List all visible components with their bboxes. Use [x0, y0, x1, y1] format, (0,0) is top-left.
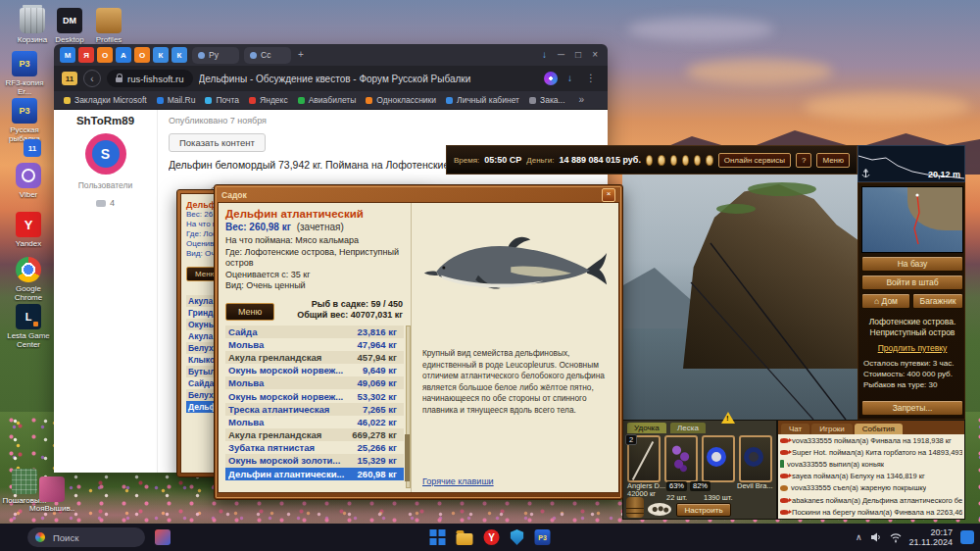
pinned-tab[interactable]: М	[60, 47, 75, 63]
fish-list-row[interactable]: Окунь морской норвеж...53,302 кг	[225, 389, 404, 402]
new-tab-button[interactable]: +	[294, 45, 308, 65]
online-services-button[interactable]: Онлайн сервисы	[718, 153, 791, 168]
desktop-icon-viber[interactable]: Viber	[6, 163, 51, 199]
tab-line[interactable]: Леска	[670, 423, 706, 433]
trunk-button[interactable]: Багажник	[912, 293, 963, 309]
download-icon[interactable]: ↓	[564, 69, 576, 88]
pinned-tab[interactable]: Я	[78, 47, 94, 63]
fish-list-row[interactable]: Сайда23,816 кг	[225, 326, 404, 338]
extend-ticket-link[interactable]: Продлить путевку	[858, 343, 966, 353]
food-rolls-icon[interactable]	[648, 503, 671, 516]
game-menu-button[interactable]: Меню	[816, 153, 850, 168]
fish-list-row[interactable]: Дельфин атлантически...260,98 кг	[225, 468, 404, 480]
yandex-browser-icon[interactable]: Y	[484, 529, 500, 545]
rf3-game-icon[interactable]: Р3	[535, 529, 551, 545]
hotkeys-link[interactable]: Горячие клавиши	[422, 476, 616, 486]
desktop-icon-rf3-copy[interactable]: Р3 RF3-копия Er...	[2, 51, 47, 96]
fish-list-row[interactable]: Акула гренландская457,94 кг	[225, 351, 404, 364]
browser-tab[interactable]: Ру	[192, 47, 239, 64]
bookmarks-overflow-chevron[interactable]: »	[575, 90, 589, 110]
desktop-icon-chrome[interactable]: Google Chrome	[6, 257, 51, 302]
hidden-icons-caret[interactable]: ∧	[856, 532, 862, 542]
desktop-icon-profiles[interactable]: Profiles	[86, 8, 131, 44]
list-scrollbar[interactable]	[406, 326, 411, 489]
fish-list-row[interactable]: Зубатка пятнистая25,266 кг	[225, 441, 404, 454]
pinned-tab[interactable]: А	[116, 47, 131, 63]
bookmark-item[interactable]: Одноклассники	[366, 95, 436, 105]
alice-icon[interactable]	[544, 72, 558, 85]
defender-shield-icon[interactable]	[511, 529, 524, 545]
address-bar[interactable]: rus-fishsoft.ru	[107, 70, 193, 87]
fish-list-row[interactable]: Мольва46,022 кг	[225, 416, 404, 428]
tab-chat[interactable]: Чат	[781, 424, 809, 434]
fish-list-row[interactable]: Окунь морской норвеж...9,649 кг	[225, 364, 404, 376]
tab-players[interactable]: Игроки	[811, 424, 853, 434]
post-author-username[interactable]: ShToRm89	[54, 115, 157, 126]
download-icon[interactable]: ↓	[538, 45, 551, 65]
browser-tab[interactable]: Сс	[244, 47, 291, 64]
coin-icon[interactable]	[670, 155, 677, 166]
maximize-button[interactable]: □	[571, 45, 585, 65]
bans-button[interactable]: Запреты...	[861, 400, 963, 416]
line-spool-slot[interactable]	[702, 435, 735, 482]
warning-icon[interactable]: !	[721, 412, 735, 424]
minimize-button[interactable]: ─	[554, 45, 568, 65]
bookmark-item[interactable]: Зака...	[529, 95, 565, 105]
wifi-icon[interactable]	[890, 531, 902, 543]
clock[interactable]: 20:17 21.11.2024	[909, 527, 953, 547]
desktop-icon-russian-fishing[interactable]: Р3 Русская рыбалка	[2, 98, 47, 143]
file-explorer-icon[interactable]	[457, 533, 473, 545]
start-button[interactable]	[430, 529, 446, 545]
bookmark-item[interactable]: Личный кабинет	[446, 95, 519, 105]
avatar[interactable]: S	[85, 133, 126, 175]
coin-icon[interactable]	[658, 155, 664, 166]
notifications-badge[interactable]	[960, 530, 974, 544]
configure-button[interactable]: Настроить	[676, 503, 731, 517]
pinned-tab[interactable]: К	[172, 47, 187, 63]
close-button[interactable]: ×	[588, 45, 602, 65]
back-button[interactable]: ‹	[83, 70, 101, 87]
desktop-icon-stitch[interactable]: МояВышив...	[29, 476, 74, 513]
home-button[interactable]: ⌂ Дом	[861, 293, 910, 309]
bookmark-item[interactable]: Mail.Ru	[157, 95, 196, 105]
desktop-icon-lesta[interactable]: L Lesta Game Center	[6, 304, 51, 349]
bookmark-item[interactable]: Яндекс	[249, 95, 288, 105]
taskbar-search[interactable]	[27, 527, 145, 547]
bookmark-item[interactable]: Почта	[205, 95, 239, 105]
fish-list-row[interactable]: Окунь морской золоти...15,329 кг	[225, 454, 404, 467]
bait-slot[interactable]	[664, 435, 698, 482]
coin-icon[interactable]	[694, 155, 701, 166]
dialog-title-bar[interactable]: Садок ×	[218, 188, 619, 202]
desktop-icon-11[interactable]: 11	[10, 139, 55, 157]
tab-counter-badge[interactable]: 11	[62, 72, 77, 85]
menu-button[interactable]: Меню	[225, 303, 274, 321]
pinned-tab[interactable]: О	[97, 47, 113, 63]
to-base-button[interactable]: На базу	[861, 256, 963, 272]
help-button[interactable]: ?	[796, 153, 811, 168]
search-input[interactable]	[51, 531, 133, 544]
bookmark-item[interactable]: Закладки Microsoft	[64, 95, 147, 105]
menu-dots-icon[interactable]: ⋮	[582, 69, 600, 88]
desktop-icon-yandex[interactable]: Y Yandex	[6, 212, 51, 248]
volume-icon[interactable]	[870, 531, 882, 543]
fish-list-row[interactable]: Акула гренландская669,278 кг	[225, 428, 404, 441]
coin-icon[interactable]	[682, 155, 689, 166]
enter-hq-button[interactable]: Войти в штаб	[861, 275, 963, 290]
pinned-app-icon[interactable]	[155, 529, 171, 545]
coin-icon[interactable]	[706, 155, 712, 166]
tab-rod[interactable]: Удочка	[627, 423, 666, 433]
tab-events[interactable]: События	[855, 424, 903, 434]
coin-icon[interactable]	[646, 155, 653, 166]
bookmark-item[interactable]: Авиабилеты	[298, 95, 357, 105]
fish-list-row[interactable]: Треска атлантическая7,265 кг	[225, 403, 404, 416]
barrel-icon[interactable]	[626, 497, 644, 518]
pinned-tab[interactable]: К	[153, 47, 169, 63]
location-map-thumbnail[interactable]	[861, 186, 963, 253]
fish-list-row[interactable]: Мольва49,069 кг	[225, 376, 404, 389]
fish-list-row[interactable]: Мольва47,964 кг	[225, 338, 404, 351]
line-spool-slot-2[interactable]	[739, 435, 772, 482]
pinned-tab[interactable]: О	[134, 47, 150, 63]
scrollbar-thumb[interactable]	[405, 434, 410, 481]
show-content-button[interactable]: Показать контент	[169, 133, 266, 152]
close-button[interactable]: ×	[602, 188, 615, 202]
